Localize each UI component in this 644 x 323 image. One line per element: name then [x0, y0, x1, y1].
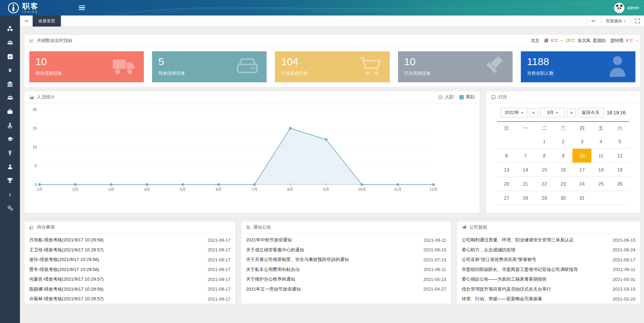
todo-item[interactable]: 吕尧栋-绩效考核(2021/9/17 10:29:58) 2021-09-17 — [29, 235, 230, 245]
sidebar-item-finance[interactable]: ¥ — [0, 63, 20, 77]
calendar-day[interactable]: 5 — [610, 135, 629, 148]
todo-item-date: 2021-09-17 — [208, 296, 231, 302]
calendar-day[interactable]: 9 — [554, 149, 573, 163]
calendar-day[interactable]: 2 — [554, 135, 573, 148]
calendar-day[interactable]: 19 — [610, 163, 629, 177]
sidebar-item-group[interactable] — [0, 91, 20, 105]
app-logo[interactable]: 职客 IZHIKE — [8, 2, 39, 14]
notice-item[interactable]: 关于开展公司规章制度、安全与事故预防培训的通知 2021-07-15 — [246, 255, 446, 265]
calendar-day[interactable]: 18 — [591, 163, 610, 177]
year-select[interactable]: 2022年 ▼ — [501, 108, 527, 117]
news-item[interactable]: 爱心捐款公告——为装卸工杨家青募捐报告 2021-05-31 — [462, 274, 635, 284]
tab-actions-dropdown[interactable]: 页签操作 ▾ — [601, 15, 630, 27]
bank-icon — [7, 81, 13, 87]
svg-text:3月: 3月 — [108, 187, 114, 191]
calendar-day-today[interactable]: 10 — [572, 149, 591, 163]
stat-card-done-tasks[interactable]: 10 已办流程任务 — [398, 51, 513, 82]
calendar-day[interactable]: 13 — [497, 163, 516, 177]
group-icon — [7, 95, 13, 101]
month-select[interactable]: 3月 ▼ — [540, 108, 565, 117]
month-select-value: 3月 — [547, 110, 554, 116]
legend-item[interactable]: 离职 — [459, 94, 475, 100]
weather-low-tomorrow: 6°C — [626, 38, 633, 43]
calendar-day[interactable]: 16 — [554, 163, 573, 177]
calendar-day[interactable]: 20 — [497, 177, 516, 191]
sidebar-item-street-view[interactable] — [0, 118, 20, 132]
svg-text:6月: 6月 — [216, 187, 222, 191]
notice-item[interactable]: 关于私车公用费用补贴办法 2021-06-11 — [246, 265, 446, 275]
news-item[interactable]: 公司顺利通过质量、环境、职业健康安全管理三体系认证 2021-09-15 — [462, 235, 635, 245]
back-to-today-button[interactable]: 返回今天 — [578, 108, 603, 117]
stat-card-sent-tasks[interactable]: 104 已发流程任务 — [275, 51, 389, 82]
sidebar-item-trophy[interactable] — [0, 174, 20, 187]
tabs-scroll-right-icon[interactable]: ▶▶ — [586, 15, 601, 27]
news-item[interactable]: 综合管理提升项目签约及启动仪式在天台举行 2021-03-15 — [462, 284, 635, 294]
sidebar-item-training[interactable] — [0, 132, 20, 146]
calendar-day[interactable]: 3 — [572, 135, 591, 148]
hamburger-menu-icon[interactable] — [79, 6, 85, 10]
calendar-day[interactable]: 21 — [516, 177, 535, 191]
sidebar-item-briefcase[interactable] — [0, 105, 20, 118]
calendar-day[interactable]: 14 — [516, 163, 535, 177]
todo-item[interactable]: 曹冬-绩效考核(2021/9/17 10:29:58) 2021-09-17 — [29, 265, 230, 275]
calendar-day[interactable]: 30 — [554, 191, 573, 205]
svg-text:5: 5 — [35, 164, 37, 168]
notice-item[interactable]: 关于成立销管客服中心的通知 2021-08-15 — [246, 245, 446, 255]
stat-card-pending-tasks[interactable]: 10 待办流程任务 — [29, 51, 144, 82]
sidebar-item-info[interactable]: i — [0, 187, 20, 201]
todo-item[interactable]: 陈丽娜-绩效考核(2021/9/17 10:29:56) 2021-09-17 — [29, 284, 230, 294]
logo-title: 职客 — [22, 2, 39, 10]
calendar-day[interactable]: 28 — [516, 191, 535, 205]
user-menu[interactable]: admin — [614, 3, 639, 13]
weekday-label: 一 — [516, 122, 535, 135]
tabs-scroll-left-icon[interactable]: ◀◀ — [20, 15, 33, 27]
calendar-day[interactable]: 7 — [516, 149, 535, 163]
notice-item-date: 2021-06-11 — [423, 267, 446, 272]
calendar-day[interactable]: 4 — [591, 135, 610, 148]
weekday-label: 二 — [535, 122, 554, 135]
prev-month-button[interactable]: < — [529, 108, 538, 117]
calendar-day[interactable]: 31 — [572, 191, 591, 205]
calendar-day[interactable]: 17 — [572, 163, 591, 177]
fullscreen-button[interactable] — [630, 15, 644, 27]
news-item[interactable]: 爱心助力，众志成城抗疫情 2021-08-24 — [462, 245, 635, 255]
sidebar-item-organization[interactable] — [0, 77, 20, 91]
todo-item[interactable]: 王卫玲-绩效考核(2021/9/17 10:29:57) 2021-09-17 — [29, 245, 230, 255]
calendar-day[interactable]: 11 — [591, 149, 610, 163]
tab-welcome-home[interactable]: 欢迎首页 — [33, 15, 61, 27]
todo-item[interactable]: 何蒙肖-绩效考核(2021/9/17 10:29:57) 2021-09-17 — [29, 274, 230, 284]
calendar-day[interactable]: 27 — [497, 191, 516, 205]
weather-tilde-2: ~ — [635, 38, 638, 43]
calendar-day[interactable]: 8 — [535, 149, 554, 163]
todo-item[interactable]: 谢珍-绩效考核(2021/9/17 10:29:56) 2021-09-17 — [29, 255, 230, 265]
news-item[interactable]: 市委组织部副部长、市委两新工委项书记莅临公司调研指导 2021-06-11 — [462, 265, 635, 275]
sidebar-item-team[interactable] — [0, 36, 20, 50]
notice-item[interactable]: 2021年中秋节放假通知 2021-09-11 — [246, 235, 446, 245]
sidebar-item-child[interactable] — [0, 146, 20, 160]
news-item[interactable]: 公司喜获“浙江省优秀供应商”荣誉称号 2021-08-17 — [462, 255, 635, 265]
todo-title: 待办事项 — [37, 224, 55, 230]
legend-item[interactable]: 入职 — [438, 94, 454, 100]
stat-card-tosend-tasks[interactable]: 5 待发流程任务 — [152, 51, 267, 82]
calendar-day[interactable]: 24 — [572, 177, 591, 191]
todo-item[interactable]: 许菊林-绩效考核(2021/9/17 10:29:57) 2021-09-17 — [29, 294, 230, 304]
news-item[interactable]: 转变、行动、突破——迎新晚会完美谢幕 2021-02-20 — [462, 294, 635, 304]
stat-card-headcount[interactable]: 1188 当前在职人数 — [521, 51, 635, 82]
next-month-button[interactable]: > — [567, 108, 576, 117]
calendar-day[interactable]: 1 — [535, 135, 554, 148]
calendar-day[interactable]: 22 — [535, 177, 554, 191]
calendar-day[interactable]: 25 — [591, 177, 610, 191]
sidebar-item-approvals[interactable] — [0, 50, 20, 63]
sidebar-item-settings[interactable] — [0, 201, 20, 215]
news-item-title: 公司顺利通过质量、环境、职业健康安全管理三体系认证 — [462, 237, 573, 243]
sidebar-item-cubes[interactable] — [0, 22, 20, 36]
calendar-day[interactable]: 6 — [497, 149, 516, 163]
notice-item[interactable]: 关于维护办公秩序的通知 2021-05-23 — [246, 274, 446, 284]
calendar-day[interactable]: 29 — [535, 191, 554, 205]
calendar-day[interactable]: 15 — [535, 163, 554, 177]
calendar-day[interactable]: 12 — [610, 149, 629, 163]
sidebar-item-user[interactable] — [0, 160, 20, 174]
notice-item[interactable]: 2021年五一劳动节放假通知 2021-04-27 — [246, 284, 446, 294]
calendar-day[interactable]: 26 — [610, 177, 629, 191]
calendar-day[interactable]: 23 — [554, 177, 573, 191]
